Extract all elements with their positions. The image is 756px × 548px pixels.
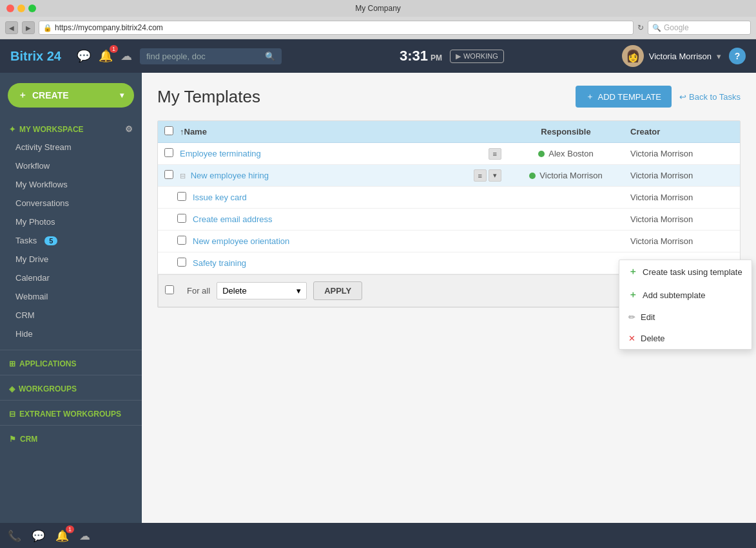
- template-link-5[interactable]: New employee orientation: [193, 236, 289, 246]
- workspace-header[interactable]: ✦ MY WORKSPACE ⚙: [0, 120, 142, 138]
- search-icon: 🔍: [265, 52, 275, 61]
- row-action-dropdown-2[interactable]: ▾: [489, 169, 501, 182]
- row-checkbox-4[interactable]: [177, 214, 193, 225]
- back-to-tasks-link[interactable]: ↩ Back to Tasks: [679, 92, 741, 102]
- close-dot[interactable]: [6, 5, 14, 12]
- user-dropdown-arrow[interactable]: ▾: [717, 52, 721, 61]
- tasks-label: Tasks: [15, 236, 37, 245]
- search-placeholder: Google: [664, 23, 689, 32]
- url-bar[interactable]: 🔒 https://mycompany.bitrix24.com: [39, 21, 634, 35]
- sidebar-item-webmail[interactable]: Webmail: [0, 287, 142, 306]
- row-checkbox-1[interactable]: [164, 148, 180, 159]
- row-checkbox-3[interactable]: [177, 192, 193, 203]
- dropdown-item-add-subtemplate[interactable]: ＋ Add subtemplate: [619, 283, 751, 307]
- workspace-label: MY WORKSPACE: [19, 125, 84, 134]
- row-name-3: Issue key card: [193, 193, 501, 202]
- username[interactable]: Victoria Morrison: [649, 52, 712, 61]
- global-search[interactable]: find people, doc 🔍: [140, 48, 282, 64]
- taskbar-chat-icon[interactable]: 💬: [32, 529, 45, 543]
- add-template-icon: ＋: [586, 91, 594, 102]
- expand-toggle-2[interactable]: ⊟: [180, 172, 186, 180]
- chat-icon[interactable]: 💬: [77, 49, 91, 63]
- sidebar-item-hide[interactable]: Hide: [0, 325, 142, 343]
- sidebar-item-calendar[interactable]: Calendar: [0, 269, 142, 287]
- col-responsible-header: Responsible: [501, 127, 630, 137]
- row-responsible-2: Victoria Morrison: [501, 171, 630, 180]
- taskbar-bell-icon[interactable]: 🔔 1: [55, 529, 69, 543]
- row-checkbox-2[interactable]: [164, 170, 180, 181]
- template-link-4[interactable]: Create email address: [193, 214, 273, 224]
- back-label: Back to Tasks: [689, 92, 741, 102]
- taskbar-cloud-icon[interactable]: ☁: [79, 529, 90, 543]
- minimize-dot[interactable]: [17, 5, 25, 12]
- sidebar-item-my-photos[interactable]: My Photos: [0, 213, 142, 231]
- time-period: PM: [431, 53, 442, 62]
- workflow-label: Workflow: [15, 161, 50, 171]
- back-button[interactable]: ◀: [5, 21, 18, 34]
- table-row: ⊟ New employee hiring ≡ ▾ Victoria Morri…: [158, 165, 740, 187]
- add-subtemplate-icon: ＋: [628, 289, 637, 301]
- working-status[interactable]: ▶ WORKING: [450, 50, 504, 63]
- row-action-list-2[interactable]: ≡: [474, 169, 487, 182]
- search-text: find people, doc: [146, 52, 206, 61]
- row-checkbox-6[interactable]: [177, 258, 193, 269]
- avatar[interactable]: 👩: [622, 45, 644, 67]
- select-all-input[interactable]: [164, 126, 173, 135]
- edit-label: Edit: [641, 312, 655, 322]
- dropdown-item-edit[interactable]: ✏ Edit: [619, 307, 751, 328]
- row-responsible-1: Alex Boston: [501, 149, 630, 158]
- top-nav: Bitrix 24 💬 🔔 1 ☁ find people, doc 🔍 3:3…: [0, 39, 756, 73]
- template-link-2[interactable]: New employee hiring: [191, 171, 269, 180]
- row-actions-2: ≡ ▾: [474, 169, 501, 182]
- col-creator-header: Creator: [630, 127, 733, 137]
- template-link-6[interactable]: Safety training: [193, 258, 246, 268]
- reload-button[interactable]: ↻: [637, 23, 644, 32]
- workgroups-header[interactable]: ◈ WORKGROUPS: [0, 379, 142, 396]
- cloud-icon[interactable]: ☁: [121, 49, 132, 63]
- action-select[interactable]: Delete ▾: [217, 282, 307, 299]
- for-all-checkbox[interactable]: [165, 285, 180, 296]
- sidebar-item-tasks[interactable]: Tasks 5: [0, 231, 142, 250]
- responsible-name-2: Victoria Morrison: [539, 171, 602, 180]
- template-link-1[interactable]: Employee terminating: [180, 149, 261, 158]
- row-creator-3: Victoria Morrison: [630, 193, 733, 202]
- taskbar-phone-icon[interactable]: 📞: [8, 529, 21, 543]
- help-button[interactable]: ?: [729, 48, 746, 64]
- dropdown-item-create-task[interactable]: ＋ Create task using template: [619, 260, 751, 283]
- fullscreen-dot[interactable]: [28, 5, 36, 12]
- crm-bottom-icon: ⚑: [9, 435, 16, 444]
- sidebar-item-conversations[interactable]: Conversations: [0, 194, 142, 213]
- forward-button[interactable]: ▶: [22, 21, 35, 34]
- col-name-header: ↑Name: [180, 127, 501, 137]
- crm-bottom-header[interactable]: ⚑ CRM: [0, 430, 142, 446]
- create-button[interactable]: ＋ CREATE ▾: [8, 83, 134, 108]
- sidebar-divider-1: [0, 350, 142, 350]
- workgroups-icon: ◈: [9, 384, 15, 393]
- status-dot-2: [529, 173, 536, 179]
- applications-header[interactable]: ⊞ APPLICATIONS: [0, 354, 142, 371]
- search-bar[interactable]: 🔍 Google: [648, 21, 751, 35]
- sidebar-item-activity-stream[interactable]: Activity Stream: [0, 138, 142, 156]
- applications-label: APPLICATIONS: [19, 359, 76, 368]
- row-checkbox-5[interactable]: [177, 236, 193, 247]
- sidebar-item-my-workflows[interactable]: My Workflows: [0, 175, 142, 194]
- row-name-5: New employee orientation: [193, 236, 501, 246]
- sidebar-item-workflow[interactable]: Workflow: [0, 156, 142, 175]
- create-task-label: Create task using template: [643, 267, 742, 277]
- dropdown-item-delete[interactable]: ✕ Delete: [619, 328, 751, 349]
- sidebar-item-crm[interactable]: CRM: [0, 306, 142, 325]
- extranet-header[interactable]: ⊟ EXTRANET WORKGROUPS: [0, 404, 142, 421]
- row-name-4: Create email address: [193, 214, 501, 224]
- create-label: CREATE: [32, 90, 69, 100]
- time-display: 3:31 PM: [400, 48, 442, 64]
- sidebar-item-my-drive[interactable]: My Drive: [0, 250, 142, 269]
- workspace-gear-icon[interactable]: ⚙: [125, 124, 133, 134]
- action-value: Delete: [222, 286, 247, 296]
- select-all-checkbox[interactable]: [164, 126, 180, 137]
- add-template-button[interactable]: ＋ ADD TEMPLATE: [576, 86, 672, 108]
- row-action-list-1[interactable]: ≡: [489, 148, 501, 160]
- template-link-3[interactable]: Issue key card: [193, 193, 247, 202]
- logo[interactable]: Bitrix 24: [10, 49, 61, 64]
- apply-button[interactable]: APPLY: [313, 281, 362, 300]
- notifications-icon[interactable]: 🔔 1: [99, 49, 113, 63]
